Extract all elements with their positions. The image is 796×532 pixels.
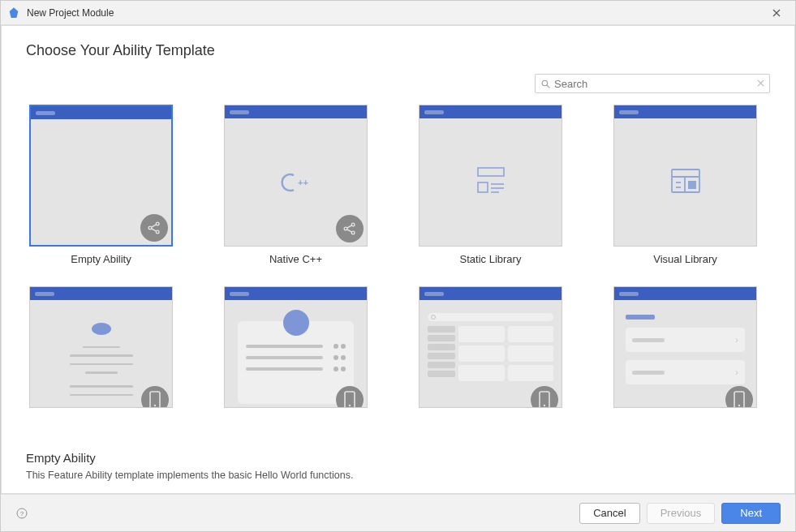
- footer: ? Cancel Previous Next: [1, 494, 795, 531]
- template-tile-about[interactable]: [29, 286, 173, 408]
- svg-point-29: [544, 405, 545, 406]
- tile-header: [225, 105, 367, 118]
- search-icon: [540, 79, 551, 89]
- svg-line-1: [547, 85, 549, 88]
- tile-header: [614, 105, 756, 118]
- svg-point-3: [156, 222, 159, 225]
- template-item: › ›: [610, 286, 760, 408]
- tile-header: [420, 287, 562, 300]
- search-box[interactable]: [535, 74, 770, 93]
- template-label: Empty Ability: [71, 253, 131, 265]
- template-grid-wrap: Empty Ability ++: [26, 105, 770, 435]
- svg-text:++: ++: [298, 178, 308, 187]
- previous-button[interactable]: Previous: [647, 503, 716, 524]
- template-item: [415, 286, 566, 408]
- phone-badge-icon: [531, 386, 558, 408]
- clear-search-icon[interactable]: [757, 79, 764, 88]
- template-item: Static Library: [415, 105, 566, 265]
- template-label: Visual Library: [653, 253, 717, 265]
- phone-badge-icon: [141, 386, 169, 408]
- svg-point-31: [738, 405, 740, 406]
- svg-point-0: [542, 80, 548, 86]
- svg-point-9: [351, 223, 355, 226]
- cpp-icon: ++: [276, 170, 316, 195]
- template-grid: Empty Ability ++: [26, 105, 770, 408]
- tile-header: [225, 287, 367, 300]
- next-button[interactable]: Next: [721, 503, 781, 524]
- titlebar: New Project Module: [1, 1, 795, 25]
- search-input[interactable]: [554, 78, 757, 90]
- template-item: Visual Library: [610, 105, 760, 265]
- list-mock-icon: › ›: [626, 315, 745, 404]
- tile-body: [420, 118, 562, 246]
- cancel-button[interactable]: Cancel: [579, 503, 639, 524]
- svg-point-8: [344, 227, 347, 230]
- svg-rect-14: [478, 182, 488, 192]
- tile-header: [420, 105, 562, 118]
- visual-lib-icon: [670, 168, 701, 197]
- app-icon: [7, 6, 20, 19]
- static-lib-icon: [473, 166, 509, 199]
- help-icon[interactable]: ?: [15, 507, 28, 520]
- share-badge-icon: [140, 214, 168, 242]
- svg-point-25: [154, 405, 156, 406]
- svg-line-6: [152, 229, 157, 231]
- svg-point-27: [349, 405, 351, 406]
- login-mock-icon: [238, 321, 354, 404]
- window-title: New Project Module: [27, 7, 764, 19]
- dialog-window: New Project Module Choose Your Ability T…: [0, 0, 796, 532]
- template-label: Static Library: [460, 253, 522, 265]
- template-tile-visual-library[interactable]: [613, 105, 757, 247]
- svg-point-2: [148, 226, 152, 230]
- content-panel: Choose Your Ability Template: [1, 25, 795, 494]
- tile-header: [30, 287, 172, 300]
- tile-header: [31, 106, 171, 119]
- share-badge-icon: [336, 215, 364, 242]
- template-label: Native C++: [269, 253, 322, 265]
- template-tile-grid[interactable]: [419, 286, 562, 408]
- svg-line-11: [347, 225, 352, 228]
- svg-text:?: ?: [20, 510, 24, 517]
- about-mock-icon: [51, 323, 151, 399]
- template-tile-static-library[interactable]: [419, 105, 562, 247]
- description-block: Empty Ability This Feature Ability templ…: [26, 443, 770, 481]
- description-text: This Feature Ability template implements…: [26, 470, 770, 481]
- tile-body: [614, 118, 756, 246]
- template-tile-native-cpp[interactable]: ++: [224, 105, 368, 247]
- template-item: [26, 286, 176, 408]
- phone-badge-icon: [725, 386, 753, 408]
- svg-point-10: [351, 231, 355, 234]
- phone-badge-icon: [336, 386, 364, 408]
- search-row: [26, 74, 770, 93]
- svg-point-4: [156, 230, 159, 234]
- template-tile-empty-ability[interactable]: [29, 105, 173, 247]
- template-item: Empty Ability: [26, 105, 176, 265]
- svg-rect-13: [478, 168, 504, 176]
- svg-rect-23: [688, 181, 696, 189]
- svg-line-12: [347, 230, 352, 232]
- template-item: ++ Native C++: [221, 105, 371, 265]
- tile-header: [614, 287, 756, 300]
- template-item: [221, 286, 371, 408]
- page-title: Choose Your Ability Template: [26, 42, 770, 59]
- template-tile-list[interactable]: › ›: [613, 286, 757, 408]
- close-icon[interactable]: [764, 9, 789, 17]
- template-tile-login[interactable]: [224, 286, 368, 408]
- description-title: Empty Ability: [26, 451, 770, 465]
- svg-line-5: [152, 225, 157, 227]
